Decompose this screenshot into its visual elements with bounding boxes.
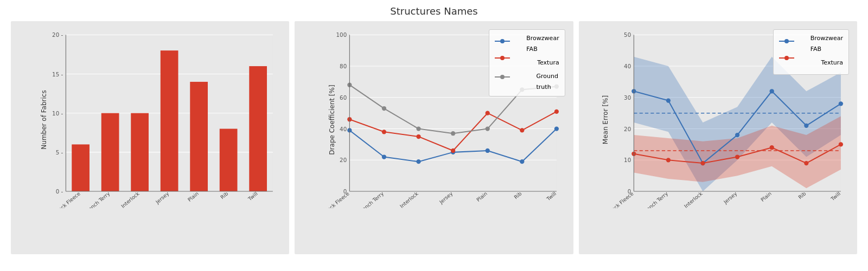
svg-point-64 <box>520 128 525 132</box>
svg-text:Interlock: Interlock <box>399 190 420 208</box>
svg-point-93 <box>500 75 505 79</box>
svg-text:Brushed Back Fleece: Brushed Back Fleece <box>324 190 350 208</box>
drape-legend-browzwear: Browzwear FAB <box>495 33 559 55</box>
error-y-label: Mean Error [%] <box>602 95 609 144</box>
svg-point-47 <box>382 154 386 159</box>
svg-text:French Terry: French Terry <box>84 190 111 208</box>
svg-point-73 <box>382 106 386 111</box>
svg-point-63 <box>486 111 490 115</box>
svg-point-62 <box>451 149 455 153</box>
svg-rect-11 <box>72 144 90 191</box>
svg-text:Interlock: Interlock <box>120 190 141 208</box>
svg-point-149 <box>784 56 789 60</box>
charts-row: 0 -5 -10 -15 -20 -Brushed Back FleeceFre… <box>11 21 857 254</box>
svg-point-136 <box>838 142 843 146</box>
svg-point-135 <box>804 161 808 165</box>
svg-point-134 <box>769 145 774 150</box>
drape-legend-textura-label: Textura <box>537 57 559 68</box>
svg-text:15 -: 15 - <box>52 71 63 78</box>
svg-text:20 -: 20 - <box>52 31 63 38</box>
error-legend: Browzwear FAB Textura <box>773 29 849 75</box>
svg-rect-15 <box>131 113 149 191</box>
svg-text:Twill: Twill <box>545 190 558 202</box>
svg-text:10: 10 <box>624 157 631 163</box>
svg-point-52 <box>554 126 559 131</box>
svg-text:Twill: Twill <box>829 190 841 202</box>
svg-text:20: 20 <box>624 126 631 132</box>
error-chart-panel: 01020304050Brushed Back FleeceFrench Ter… <box>579 21 857 254</box>
error-legend-browzwear: Browzwear FAB <box>779 33 843 55</box>
svg-text:30: 30 <box>624 94 631 101</box>
svg-text:0 -: 0 - <box>56 188 63 195</box>
svg-text:50: 50 <box>624 31 631 38</box>
drape-legend-browzwear-label: Browzwear FAB <box>526 33 559 55</box>
bar-chart-svg: 0 -5 -10 -15 -20 -Brushed Back FleeceFre… <box>41 29 281 208</box>
svg-point-121 <box>769 89 774 93</box>
svg-point-147 <box>784 39 789 43</box>
svg-text:40: 40 <box>340 126 347 132</box>
svg-point-65 <box>554 109 559 114</box>
svg-text:French Terry: French Terry <box>642 190 669 208</box>
bar-y-label: Number of Fabrics <box>40 90 48 149</box>
svg-point-133 <box>735 154 739 159</box>
svg-text:Interlock: Interlock <box>682 190 704 208</box>
svg-text:Rib: Rib <box>513 190 523 200</box>
drape-legend-gt: Ground truth <box>495 71 559 93</box>
svg-text:40: 40 <box>624 63 631 69</box>
svg-text:Jersey: Jersey <box>722 190 738 205</box>
svg-point-132 <box>700 161 705 165</box>
svg-rect-19 <box>190 82 208 191</box>
svg-point-61 <box>417 134 421 139</box>
svg-point-120 <box>735 133 739 137</box>
svg-text:20: 20 <box>340 157 347 163</box>
svg-text:Plain: Plain <box>760 190 773 203</box>
bar-chart-panel: 0 -5 -10 -15 -20 -Brushed Back FleeceFre… <box>11 21 289 254</box>
svg-point-76 <box>486 126 490 131</box>
main-container: Structures Names 0 -5 -10 -15 -20 -Brush… <box>0 0 868 271</box>
error-legend-textura-label: Textura <box>821 57 843 68</box>
svg-text:10 -: 10 - <box>52 110 63 117</box>
svg-point-89 <box>500 39 505 43</box>
svg-point-118 <box>666 98 670 102</box>
drape-y-label: Drape Coefficient [%] <box>328 85 336 154</box>
svg-point-131 <box>666 158 670 162</box>
error-legend-textura: Textura <box>779 55 843 72</box>
svg-text:Jersey: Jersey <box>154 190 170 205</box>
svg-point-123 <box>838 101 843 106</box>
svg-rect-17 <box>161 50 178 191</box>
svg-point-122 <box>804 124 808 128</box>
svg-text:60: 60 <box>340 94 347 101</box>
error-legend-browzwear-label: Browzwear FAB <box>810 33 843 55</box>
svg-point-50 <box>486 149 490 153</box>
svg-text:Plain: Plain <box>475 190 488 203</box>
svg-text:100: 100 <box>336 31 347 38</box>
svg-point-51 <box>520 159 525 164</box>
svg-rect-21 <box>220 129 238 192</box>
drape-chart-panel: 020406080100Brushed Back FleeceFrench Te… <box>295 21 573 254</box>
svg-text:French Terry: French Terry <box>358 190 385 208</box>
svg-point-91 <box>500 56 505 60</box>
svg-text:Twill: Twill <box>246 190 259 202</box>
svg-point-74 <box>417 126 421 131</box>
svg-text:5 -: 5 - <box>56 149 63 156</box>
svg-text:Rib: Rib <box>797 190 807 200</box>
drape-legend-gt-label: Ground truth <box>537 71 559 93</box>
svg-text:Jersey: Jersey <box>438 190 454 205</box>
svg-text:Brushed Back Fleece: Brushed Back Fleece <box>609 190 635 208</box>
drape-legend-textura: Textura <box>495 55 559 72</box>
svg-point-48 <box>417 159 421 164</box>
svg-point-75 <box>451 131 455 136</box>
svg-rect-23 <box>249 66 267 191</box>
svg-rect-13 <box>101 113 119 191</box>
svg-text:80: 80 <box>340 63 347 69</box>
page-title: Structures Names <box>390 5 477 17</box>
drape-legend: Browzwear FAB Textura Ground truth <box>489 29 565 96</box>
svg-text:Plain: Plain <box>187 190 200 203</box>
svg-text:Rib: Rib <box>219 190 229 200</box>
svg-point-60 <box>382 130 386 134</box>
